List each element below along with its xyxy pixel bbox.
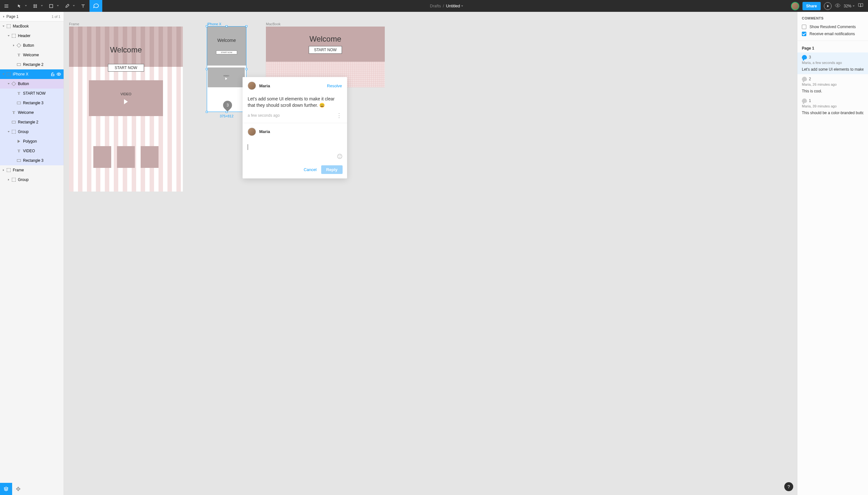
comment-tool-icon[interactable]	[89, 0, 102, 12]
layer-frame[interactable]: Frame	[0, 165, 64, 175]
artboard-iphonex[interactable]: Welcome START NOW VIDEO 375×812	[207, 27, 246, 112]
page-selector[interactable]: Page 1 1 of 1	[0, 12, 64, 21]
layer-header[interactable]: Header	[0, 31, 64, 40]
layer-welcome2[interactable]: TWelcome	[0, 108, 64, 117]
iphone-welcome-text: Welcome	[217, 38, 236, 43]
text-icon: T	[12, 110, 16, 115]
layer-label: Group	[18, 177, 29, 182]
title-chevron-icon	[461, 5, 463, 7]
layer-iphonex[interactable]: iPhone X	[0, 69, 64, 79]
comment-preview: This is cool.	[802, 89, 864, 93]
comment-bubble-icon	[802, 99, 807, 103]
present-button-icon[interactable]	[824, 2, 832, 10]
visibility-icon[interactable]	[57, 72, 61, 76]
comment-list-item-2[interactable]: 2Maria, 26 minutes agoThis is cool.	[797, 74, 868, 96]
breadcrumb-drafts[interactable]: Drafts	[430, 3, 441, 8]
rect-icon	[17, 158, 21, 163]
page-chevron-icon	[3, 16, 4, 18]
layer-rect2b[interactable]: Rectangle 2	[0, 117, 64, 127]
left-panel-footer	[0, 483, 64, 495]
expand-toggle	[12, 92, 15, 95]
page-name: Page 1	[6, 14, 19, 19]
comment-preview: Let's add some UI elements to make it	[802, 67, 864, 72]
layers-tab-icon[interactable]	[0, 483, 12, 495]
macbook-welcome-text: Welcome	[309, 35, 341, 44]
comment-more-icon[interactable]: ⋮	[336, 112, 342, 119]
layer-label: Rectangle 2	[18, 120, 38, 124]
layer-group2[interactable]: Group	[0, 175, 64, 185]
comment-list-item-3[interactable]: 3Maria, a few seconds agoLet's add some …	[797, 52, 868, 74]
document-title[interactable]: Untitled	[446, 3, 463, 8]
layer-welcome1[interactable]: TWelcome	[0, 50, 64, 60]
comment-number: 1	[809, 99, 811, 103]
emoji-picker-icon[interactable]	[337, 153, 342, 160]
layer-rect3b[interactable]: Rectangle 3	[0, 156, 64, 165]
reply-button[interactable]: Reply	[321, 165, 342, 174]
unlock-icon[interactable]	[51, 72, 55, 76]
frame-label-frame[interactable]: Frame	[69, 22, 79, 26]
expand-toggle[interactable]	[7, 34, 10, 37]
frame-tool-icon[interactable]	[29, 0, 45, 12]
help-button[interactable]: ?	[784, 482, 793, 491]
email-notifications-checkbox[interactable]: Receive email notifications	[797, 30, 868, 37]
view-settings-icon[interactable]	[835, 3, 840, 9]
text-icon: T	[17, 91, 21, 96]
layer-group1[interactable]: Group	[0, 127, 64, 137]
layer-button1[interactable]: Button	[0, 40, 64, 50]
expand-toggle	[12, 101, 15, 105]
expand-toggle[interactable]	[12, 44, 15, 47]
layer-label: Button	[18, 82, 29, 86]
frame-label-macbook[interactable]: MacBook	[266, 22, 281, 26]
resolve-button[interactable]: Resolve	[327, 83, 342, 88]
move-tool-icon[interactable]	[13, 0, 29, 12]
share-button[interactable]: Share	[802, 2, 821, 10]
layers-panel: Page 1 1 of 1 MacBookHeaderButtonTWelcom…	[0, 12, 64, 495]
comment-popup: Maria Resolve Let's add some UI elements…	[243, 77, 347, 178]
text-tool-icon[interactable]	[77, 0, 89, 12]
svg-point-5	[340, 155, 341, 156]
expand-toggle[interactable]	[7, 178, 10, 181]
expand-toggle[interactable]	[2, 169, 5, 172]
thumb-2	[117, 146, 135, 168]
zoom-level[interactable]: 32%	[844, 4, 854, 8]
thumb-1	[93, 146, 111, 168]
assets-tab-icon[interactable]	[12, 483, 24, 495]
canvas[interactable]: Frame iPhone X MacBook Welcome START NOW…	[64, 12, 797, 495]
frame-label-iphonex[interactable]: iPhone X	[207, 22, 222, 26]
top-toolbar: Drafts / Untitled Share 32%	[0, 0, 868, 12]
comment-bubble-icon	[802, 55, 807, 59]
layer-label: Welcome	[18, 110, 34, 115]
layer-label: Frame	[13, 168, 24, 172]
expand-toggle[interactable]	[7, 130, 10, 133]
cancel-button[interactable]: Cancel	[304, 167, 316, 172]
frame1-video-label: VIDEO	[121, 92, 131, 96]
show-resolved-checkbox[interactable]: Show Resolved Comments	[797, 23, 868, 30]
artboard-frame[interactable]: Welcome START NOW VIDEO	[69, 27, 183, 191]
user-avatar[interactable]	[791, 2, 799, 10]
expand-toggle	[12, 159, 15, 162]
hamburger-menu-icon[interactable]	[0, 0, 13, 12]
rect-icon	[12, 120, 16, 124]
svg-point-4	[339, 155, 339, 156]
iphone-video-label: VIDEO	[224, 75, 229, 77]
layer-startnow[interactable]: TSTART NOW	[0, 89, 64, 98]
layer-button2[interactable]: Button	[0, 79, 64, 89]
expand-toggle	[7, 121, 10, 124]
layer-rect3a[interactable]: Rectangle 3	[0, 98, 64, 108]
layer-macbook[interactable]: MacBook	[0, 21, 64, 31]
expand-toggle[interactable]	[2, 24, 5, 28]
shape-tool-icon[interactable]	[45, 0, 61, 12]
frame-icon	[12, 34, 16, 38]
pen-tool-icon[interactable]	[61, 0, 77, 12]
play-icon	[225, 78, 227, 80]
expand-toggle[interactable]	[7, 82, 10, 85]
layer-polygon[interactable]: Polygon	[0, 137, 64, 146]
layer-rect2a[interactable]: Rectangle 2	[0, 60, 64, 69]
reply-input[interactable]	[248, 144, 342, 160]
expand-toggle[interactable]	[2, 73, 5, 76]
library-icon[interactable]	[858, 3, 864, 9]
comment-list-item-1[interactable]: 1Maria, 39 minutes agoThis should be a c…	[797, 96, 868, 118]
layer-label: VIDEO	[23, 149, 35, 153]
layer-video[interactable]: TVIDEO	[0, 146, 64, 156]
zoom-chevron-icon	[853, 5, 854, 7]
